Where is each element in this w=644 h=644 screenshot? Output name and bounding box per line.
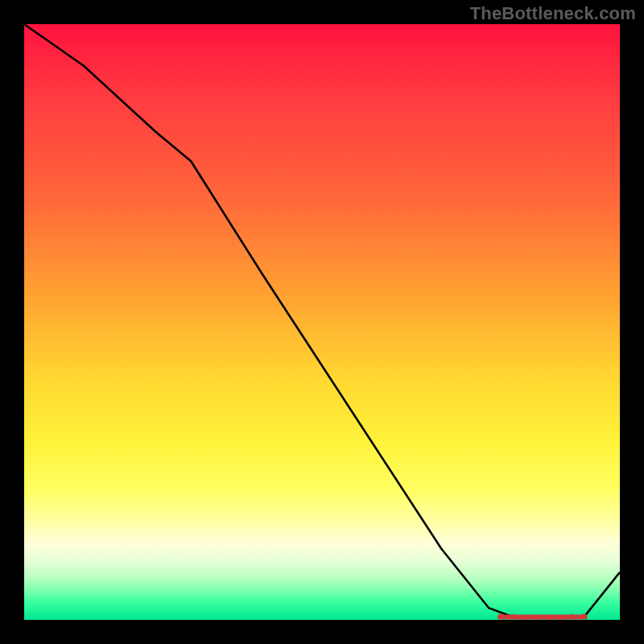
chart-frame: TheBottleneck.com: [0, 0, 644, 644]
highlight-bar: [497, 614, 588, 619]
series-curve: [24, 24, 620, 618]
chart-svg: [24, 24, 620, 620]
plot-area: [24, 24, 620, 620]
watermark-text: TheBottleneck.com: [470, 3, 636, 24]
